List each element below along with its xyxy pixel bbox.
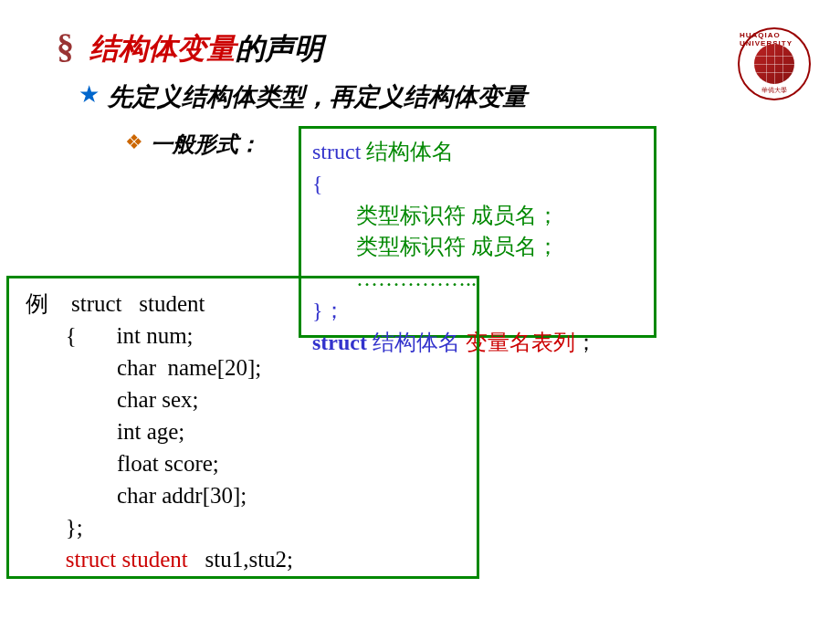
example-line-9: struct student stu1,stu2; bbox=[26, 543, 460, 575]
section-marker: § bbox=[57, 26, 74, 66]
page-title: 结构体变量的声明 bbox=[89, 29, 323, 69]
example-line-7: char addr[30]; bbox=[26, 479, 460, 511]
syntax-line-1: struct 结构体名 bbox=[312, 136, 643, 168]
syntax-keyword-struct: struct bbox=[312, 140, 361, 163]
syntax-open-brace: { bbox=[312, 168, 643, 200]
example-struct-decl: struct student bbox=[71, 291, 205, 316]
example-struct-student: struct student bbox=[66, 547, 188, 572]
star-bullet-icon: ★ bbox=[79, 80, 100, 109]
general-form-label: 一般形式： bbox=[151, 130, 260, 159]
title-text-black: 的声明 bbox=[236, 32, 323, 65]
example-line-5: int age; bbox=[26, 415, 460, 447]
syntax-semicolon: ； bbox=[575, 331, 597, 354]
syntax-struct-name: 结构体名 bbox=[361, 140, 454, 163]
logo-bottom-text: 華僑大學 bbox=[761, 86, 787, 95]
example-vars: stu1,stu2; bbox=[188, 547, 293, 572]
logo-globe-icon bbox=[754, 44, 794, 84]
example-line-4: char sex; bbox=[26, 383, 460, 415]
diamond-bullet-icon: ❖ bbox=[125, 131, 143, 154]
example-line-8: }; bbox=[26, 511, 460, 543]
syntax-member-1: 类型标识符 成员名； bbox=[312, 200, 643, 232]
logo-outer-ring: HUAQIAO UNIVERSITY 華僑大學 bbox=[738, 27, 811, 100]
syntax-member-2: 类型标识符 成员名； bbox=[312, 231, 643, 263]
example-line-3: char name[20]; bbox=[26, 352, 460, 383]
example-line-1: 例 struct student bbox=[26, 288, 460, 320]
example-label: 例 bbox=[26, 291, 71, 316]
example-code-box: 例 struct student { int num; char name[20… bbox=[6, 276, 479, 579]
example-line-6: float score; bbox=[26, 447, 460, 479]
title-text-red: 结构体变量 bbox=[89, 32, 236, 65]
example-indent bbox=[26, 547, 66, 572]
subtitle-text: 先定义结构体类型，再定义结构体变量 bbox=[108, 80, 527, 113]
university-logo: HUAQIAO UNIVERSITY 華僑大學 bbox=[738, 27, 811, 100]
example-line-2: { int num; bbox=[26, 320, 460, 352]
